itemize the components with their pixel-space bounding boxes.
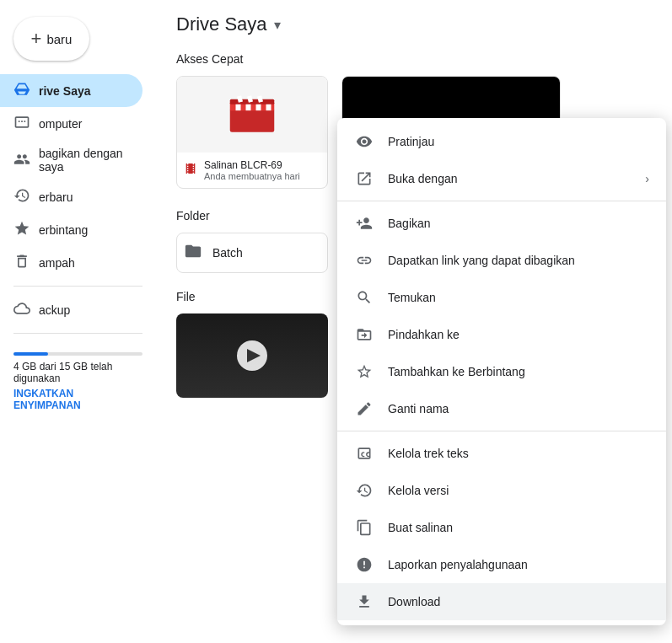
person-add-icon xyxy=(354,213,374,233)
context-menu-kelola-versi[interactable]: Kelola versi xyxy=(337,472,666,509)
folder-move-icon xyxy=(354,324,374,345)
play-triangle-icon xyxy=(247,349,261,362)
ganti-nama-label: Ganti nama xyxy=(388,402,649,415)
context-menu-buka-dengan[interactable]: Buka dengan › xyxy=(337,160,666,197)
sidebar-item-label-drive-saya: rive Saya xyxy=(39,84,91,98)
pindahkan-label: Pindahkan ke xyxy=(388,328,649,341)
kelola-versi-label: Kelola versi xyxy=(388,484,649,497)
folder-item-batch[interactable]: Batch xyxy=(176,233,328,273)
sidebar-item-label-berbintang: erbintang xyxy=(39,223,88,237)
history-icon xyxy=(354,480,374,501)
laporkan-label: Laporkan penyalahgunaan xyxy=(388,558,649,571)
context-menu-bagikan[interactable]: Bagikan xyxy=(337,205,666,242)
context-menu: Pratinjau Buka dengan › Bagikan Dapatkan… xyxy=(337,118,666,625)
edit-icon xyxy=(354,399,374,419)
context-menu-kelola-trek[interactable]: Kelola trek teks xyxy=(337,435,666,472)
sidebar-item-drive-saya[interactable]: rive Saya xyxy=(0,74,142,107)
context-menu-pindahkan[interactable]: Pindahkan ke xyxy=(337,316,666,353)
temukan-label: Temukan xyxy=(388,291,649,304)
context-menu-buat-salinan[interactable]: Buat salinan xyxy=(337,509,666,546)
report-icon xyxy=(354,555,374,575)
sidebar-item-label-komputer: omputer xyxy=(39,117,82,131)
storage-bar-fill xyxy=(13,352,48,356)
play-button[interactable] xyxy=(237,340,267,371)
menu-divider-2 xyxy=(337,431,666,431)
new-button-label: baru xyxy=(46,32,72,46)
berbintang-label: Tambahkan ke Berbintang xyxy=(388,365,649,378)
svg-rect-0 xyxy=(230,108,275,132)
sidebar: + baru rive Saya omputer bagikan dengan … xyxy=(0,0,156,643)
sidebar-item-label-sampah: ampah xyxy=(39,256,75,270)
sidebar-item-komputer[interactable]: omputer xyxy=(0,107,142,140)
video-thumb[interactable] xyxy=(176,313,328,398)
drive-icon xyxy=(13,81,30,100)
trash-icon xyxy=(13,253,30,272)
eye-icon xyxy=(354,131,374,152)
sidebar-item-sampah[interactable]: ampah xyxy=(0,246,142,279)
computer-icon xyxy=(13,114,30,133)
sidebar-item-terbaru[interactable]: erbaru xyxy=(0,180,142,213)
context-menu-berbintang[interactable]: Tambahkan ke Berbintang xyxy=(337,353,666,390)
star-icon xyxy=(13,220,30,239)
link-icon xyxy=(354,250,374,271)
sidebar-item-dibagikan[interactable]: bagikan dengan saya xyxy=(0,140,142,180)
context-menu-laporkan[interactable]: Laporkan penyalahgunaan xyxy=(337,546,666,583)
open-with-icon xyxy=(354,169,374,189)
file-card-name-1: Salinan BLCR-69 xyxy=(204,159,300,171)
arrow-icon: › xyxy=(645,172,649,185)
storage-bar xyxy=(13,352,142,356)
file-card-info-1: Salinan BLCR-69 Anda membuatnya hari xyxy=(177,153,327,188)
folder-name-batch: Batch xyxy=(212,246,243,260)
menu-divider-1 xyxy=(337,201,666,201)
drive-title: Drive Saya xyxy=(176,13,267,35)
buka-dengan-label: Buka dengan xyxy=(388,172,632,185)
context-menu-temukan[interactable]: Temukan xyxy=(337,279,666,316)
drive-title-caret-icon[interactable]: ▾ xyxy=(274,17,281,33)
context-menu-ganti-nama[interactable]: Ganti nama xyxy=(337,390,666,427)
sidebar-divider-2 xyxy=(13,333,142,334)
sidebar-item-label-dibagikan: bagikan dengan saya xyxy=(39,147,129,174)
star-outline-icon xyxy=(354,362,374,382)
context-menu-dapatkan-link[interactable]: Dapatkan link yang dapat dibagikan xyxy=(337,242,666,279)
backup-icon xyxy=(13,300,30,319)
folder-icon xyxy=(184,242,202,264)
kelola-trek-label: Kelola trek teks xyxy=(388,447,649,460)
upgrade-link[interactable]: INGKATKAN ENYIMPANAN xyxy=(13,388,142,411)
sidebar-item-label-terbaru: erbaru xyxy=(39,190,73,204)
copy-icon xyxy=(354,517,374,538)
drive-title-row: Drive Saya ▾ xyxy=(176,13,652,35)
search-icon xyxy=(354,287,374,308)
dapatkan-link-label: Dapatkan link yang dapat dibagikan xyxy=(388,254,649,267)
download-icon xyxy=(354,592,374,612)
buat-salinan-label: Buat salinan xyxy=(388,521,649,534)
file-card-thumb-1 xyxy=(177,77,327,153)
context-menu-download[interactable]: Download xyxy=(337,583,666,620)
storage-section: 4 GB dari 15 GB telah digunakan INGKATKA… xyxy=(0,340,156,418)
storage-label: 4 GB dari 15 GB telah digunakan xyxy=(13,361,112,384)
download-label: Download xyxy=(388,595,649,608)
cc-icon xyxy=(354,443,374,463)
shared-icon xyxy=(13,151,30,170)
file-card-1[interactable]: Salinan BLCR-69 Anda membuatnya hari xyxy=(176,76,328,189)
recent-icon xyxy=(13,187,30,206)
context-menu-pratinjau[interactable]: Pratinjau xyxy=(337,123,666,160)
sidebar-item-berbintang[interactable]: erbintang xyxy=(0,213,142,246)
new-button[interactable]: + baru xyxy=(13,17,89,61)
pratinjau-label: Pratinjau xyxy=(388,135,649,148)
sidebar-item-label-backup: ackup xyxy=(39,303,70,317)
quick-access-label: Akses Cepat xyxy=(176,52,652,66)
bagikan-label: Bagikan xyxy=(388,217,649,230)
sidebar-item-backup[interactable]: ackup xyxy=(0,293,142,326)
sidebar-divider xyxy=(13,286,142,287)
file-card-date-1: Anda membuatnya hari xyxy=(204,171,300,181)
